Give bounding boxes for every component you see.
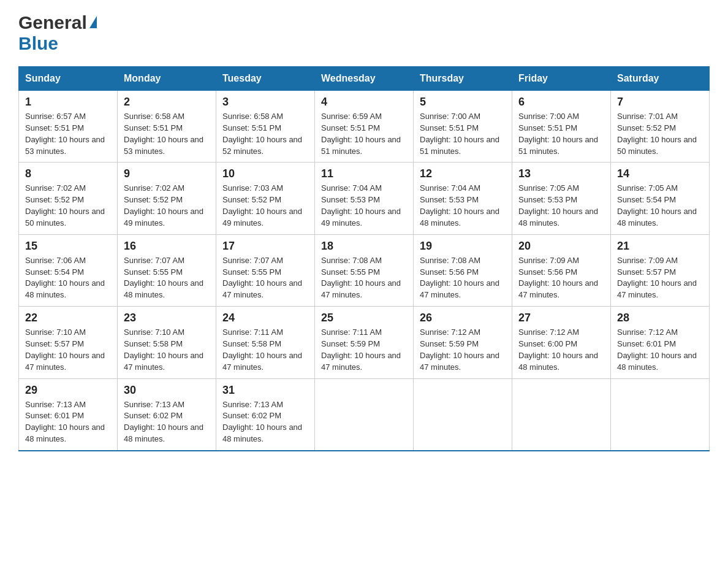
calendar-cell xyxy=(315,378,414,451)
calendar-cell: 24 Sunrise: 7:11 AMSunset: 5:58 PMDaylig… xyxy=(216,307,315,378)
logo-general-text: General xyxy=(18,12,87,33)
calendar-cell: 31 Sunrise: 7:13 AMSunset: 6:02 PMDaylig… xyxy=(216,378,315,451)
header-sunday: Sunday xyxy=(19,67,118,91)
day-info: Sunrise: 6:57 AMSunset: 5:51 PMDaylight:… xyxy=(25,112,105,156)
calendar-week-1: 1 Sunrise: 6:57 AMSunset: 5:51 PMDayligh… xyxy=(19,91,710,163)
day-number: 14 xyxy=(617,167,703,180)
calendar-cell xyxy=(611,378,710,451)
day-number: 26 xyxy=(420,312,506,324)
calendar-cell: 9 Sunrise: 7:02 AMSunset: 5:52 PMDayligh… xyxy=(118,163,216,234)
day-number: 19 xyxy=(420,240,506,253)
logo-blue-row: Blue xyxy=(18,33,97,54)
calendar-cell: 23 Sunrise: 7:10 AMSunset: 5:58 PMDaylig… xyxy=(118,307,216,378)
day-number: 5 xyxy=(420,96,506,109)
calendar-cell: 22 Sunrise: 7:10 AMSunset: 5:57 PMDaylig… xyxy=(19,307,118,378)
calendar-cell: 16 Sunrise: 7:07 AMSunset: 5:55 PMDaylig… xyxy=(118,234,216,306)
day-number: 20 xyxy=(518,240,604,253)
page-header: General Blue xyxy=(18,12,710,54)
calendar-cell: 26 Sunrise: 7:12 AMSunset: 5:59 PMDaylig… xyxy=(414,307,512,378)
day-number: 24 xyxy=(222,312,308,324)
day-number: 11 xyxy=(321,167,407,180)
day-number: 4 xyxy=(321,96,407,109)
day-number: 10 xyxy=(222,167,308,180)
day-number: 23 xyxy=(124,312,210,324)
day-info: Sunrise: 7:02 AMSunset: 5:52 PMDaylight:… xyxy=(25,183,105,228)
day-number: 7 xyxy=(617,96,703,109)
calendar-cell: 17 Sunrise: 7:07 AMSunset: 5:55 PMDaylig… xyxy=(216,234,315,306)
calendar-cell: 5 Sunrise: 7:00 AMSunset: 5:51 PMDayligh… xyxy=(414,91,512,163)
day-number: 3 xyxy=(222,96,308,109)
day-info: Sunrise: 7:05 AMSunset: 5:53 PMDaylight:… xyxy=(518,183,598,228)
day-info: Sunrise: 7:11 AMSunset: 5:59 PMDaylight:… xyxy=(321,327,401,372)
day-info: Sunrise: 6:58 AMSunset: 5:51 PMDaylight:… xyxy=(124,112,203,156)
calendar-cell: 12 Sunrise: 7:04 AMSunset: 5:53 PMDaylig… xyxy=(414,163,512,234)
day-info: Sunrise: 7:04 AMSunset: 5:53 PMDaylight:… xyxy=(420,183,499,228)
logo-arrow-icon xyxy=(89,16,97,28)
calendar-cell: 15 Sunrise: 7:06 AMSunset: 5:54 PMDaylig… xyxy=(19,234,118,306)
day-info: Sunrise: 7:13 AMSunset: 6:02 PMDaylight:… xyxy=(124,400,203,444)
calendar-table: SundayMondayTuesdayWednesdayThursdayFrid… xyxy=(18,66,710,451)
day-info: Sunrise: 7:04 AMSunset: 5:53 PMDaylight:… xyxy=(321,183,401,228)
calendar-week-5: 29 Sunrise: 7:13 AMSunset: 6:01 PMDaylig… xyxy=(19,378,710,451)
day-number: 31 xyxy=(222,384,308,397)
day-number: 21 xyxy=(617,240,703,253)
calendar-header-row: SundayMondayTuesdayWednesdayThursdayFrid… xyxy=(19,67,710,91)
header-friday: Friday xyxy=(512,67,611,91)
day-number: 25 xyxy=(321,312,407,324)
day-info: Sunrise: 7:13 AMSunset: 6:01 PMDaylight:… xyxy=(25,400,105,444)
calendar-cell: 13 Sunrise: 7:05 AMSunset: 5:53 PMDaylig… xyxy=(512,163,611,234)
day-info: Sunrise: 7:13 AMSunset: 6:02 PMDaylight:… xyxy=(222,400,302,444)
day-number: 16 xyxy=(124,240,210,253)
day-info: Sunrise: 6:59 AMSunset: 5:51 PMDaylight:… xyxy=(321,112,401,156)
day-info: Sunrise: 7:06 AMSunset: 5:54 PMDaylight:… xyxy=(25,256,105,300)
day-number: 2 xyxy=(124,96,210,109)
day-info: Sunrise: 7:12 AMSunset: 5:59 PMDaylight:… xyxy=(420,327,499,372)
header-saturday: Saturday xyxy=(611,67,710,91)
calendar-cell: 20 Sunrise: 7:09 AMSunset: 5:56 PMDaylig… xyxy=(512,234,611,306)
day-info: Sunrise: 7:09 AMSunset: 5:56 PMDaylight:… xyxy=(518,256,598,300)
calendar-cell: 2 Sunrise: 6:58 AMSunset: 5:51 PMDayligh… xyxy=(118,91,216,163)
logo: General Blue xyxy=(18,12,97,54)
calendar-cell: 8 Sunrise: 7:02 AMSunset: 5:52 PMDayligh… xyxy=(19,163,118,234)
day-info: Sunrise: 7:01 AMSunset: 5:52 PMDaylight:… xyxy=(617,112,697,156)
calendar-week-2: 8 Sunrise: 7:02 AMSunset: 5:52 PMDayligh… xyxy=(19,163,710,234)
calendar-cell: 1 Sunrise: 6:57 AMSunset: 5:51 PMDayligh… xyxy=(19,91,118,163)
calendar-week-4: 22 Sunrise: 7:10 AMSunset: 5:57 PMDaylig… xyxy=(19,307,710,378)
day-info: Sunrise: 7:10 AMSunset: 5:57 PMDaylight:… xyxy=(25,327,105,372)
logo-blue-text: Blue xyxy=(18,33,58,53)
logo-row: General xyxy=(18,12,97,33)
header-thursday: Thursday xyxy=(414,67,512,91)
calendar-cell: 25 Sunrise: 7:11 AMSunset: 5:59 PMDaylig… xyxy=(315,307,414,378)
calendar-cell: 21 Sunrise: 7:09 AMSunset: 5:57 PMDaylig… xyxy=(611,234,710,306)
calendar-cell: 7 Sunrise: 7:01 AMSunset: 5:52 PMDayligh… xyxy=(611,91,710,163)
day-number: 29 xyxy=(25,384,111,397)
calendar-cell: 6 Sunrise: 7:00 AMSunset: 5:51 PMDayligh… xyxy=(512,91,611,163)
day-info: Sunrise: 7:03 AMSunset: 5:52 PMDaylight:… xyxy=(222,183,302,228)
day-number: 18 xyxy=(321,240,407,253)
calendar-cell: 11 Sunrise: 7:04 AMSunset: 5:53 PMDaylig… xyxy=(315,163,414,234)
day-info: Sunrise: 7:08 AMSunset: 5:55 PMDaylight:… xyxy=(321,256,401,300)
day-info: Sunrise: 7:11 AMSunset: 5:58 PMDaylight:… xyxy=(222,327,302,372)
day-info: Sunrise: 7:07 AMSunset: 5:55 PMDaylight:… xyxy=(124,256,203,300)
calendar-cell xyxy=(414,378,512,451)
day-number: 6 xyxy=(518,96,604,109)
day-number: 12 xyxy=(420,167,506,180)
day-number: 27 xyxy=(518,312,604,324)
day-info: Sunrise: 7:08 AMSunset: 5:56 PMDaylight:… xyxy=(420,256,499,300)
calendar-week-3: 15 Sunrise: 7:06 AMSunset: 5:54 PMDaylig… xyxy=(19,234,710,306)
day-info: Sunrise: 7:02 AMSunset: 5:52 PMDaylight:… xyxy=(124,183,203,228)
day-info: Sunrise: 6:58 AMSunset: 5:51 PMDaylight:… xyxy=(222,112,302,156)
day-number: 15 xyxy=(25,240,111,253)
day-number: 17 xyxy=(222,240,308,253)
calendar-cell: 29 Sunrise: 7:13 AMSunset: 6:01 PMDaylig… xyxy=(19,378,118,451)
calendar-cell: 3 Sunrise: 6:58 AMSunset: 5:51 PMDayligh… xyxy=(216,91,315,163)
day-number: 30 xyxy=(124,384,210,397)
calendar-cell: 10 Sunrise: 7:03 AMSunset: 5:52 PMDaylig… xyxy=(216,163,315,234)
day-info: Sunrise: 7:12 AMSunset: 6:00 PMDaylight:… xyxy=(518,327,598,372)
day-info: Sunrise: 7:09 AMSunset: 5:57 PMDaylight:… xyxy=(617,256,697,300)
day-number: 1 xyxy=(25,96,111,109)
day-info: Sunrise: 7:00 AMSunset: 5:51 PMDaylight:… xyxy=(518,112,598,156)
day-info: Sunrise: 7:10 AMSunset: 5:58 PMDaylight:… xyxy=(124,327,203,372)
day-info: Sunrise: 7:05 AMSunset: 5:54 PMDaylight:… xyxy=(617,183,697,228)
calendar-cell: 14 Sunrise: 7:05 AMSunset: 5:54 PMDaylig… xyxy=(611,163,710,234)
